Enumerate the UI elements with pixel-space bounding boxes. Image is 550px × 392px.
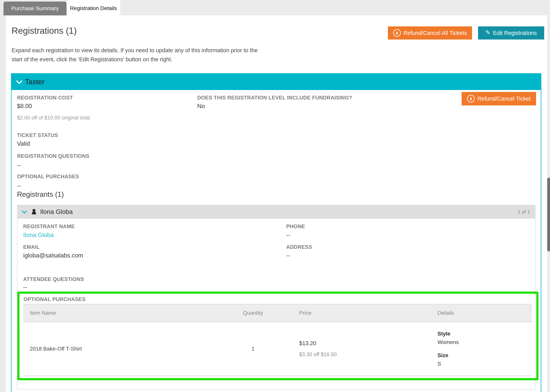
annotation-highlight-box: [17, 292, 538, 380]
refund-all-label: Refund/Cancel All Tickets: [404, 30, 467, 36]
registrants-title: Registrants (1): [17, 190, 64, 198]
registration-cost-value: $8.00: [17, 103, 32, 110]
ticket-status-value: Valid: [17, 140, 30, 147]
page-description: Expand each registration to view its det…: [12, 46, 268, 64]
edit-registrations-label: Edit Registrations: [493, 30, 537, 36]
edit-registrations-button[interactable]: ✎ Edit Registrations: [478, 26, 544, 40]
tab-registration-details[interactable]: Registration Details: [67, 0, 120, 17]
registration-questions-label: REGISTRATION QUESTIONS: [17, 153, 89, 159]
registrant-optional-purchases-label: OPTIONAL PURCHASES: [23, 296, 86, 302]
registration-questions-value: --: [17, 162, 21, 169]
pencil-icon: ✎: [485, 30, 490, 35]
registrant-name-link[interactable]: Ilona Globa: [23, 232, 54, 238]
page-title: Registrations (1): [12, 25, 77, 36]
address-label: ADDRESS: [286, 244, 312, 250]
fundraising-label: DOES THIS REGISTRATION LEVEL INCLUDE FUN…: [197, 95, 352, 101]
phone-value: --: [286, 232, 290, 238]
phone-label: PHONE: [286, 224, 305, 230]
registrant-header[interactable]: Ilona Globa 1 of 1: [17, 205, 536, 219]
person-icon: [30, 208, 37, 215]
email-label: EMAIL: [23, 244, 40, 250]
refund-cancel-ticket-button[interactable]: $ Refund/Cancel Ticket: [462, 92, 536, 105]
optional-purchases-label: OPTIONAL PURCHASES: [17, 174, 79, 180]
attendee-questions-label: ATTENDEE QUESTIONS: [23, 276, 84, 282]
fundraising-value: No: [197, 103, 205, 110]
registration-level-title: Taster: [25, 78, 44, 86]
registrant-name-label: REGISTRANT NAME: [23, 224, 75, 230]
registration-cost-label: REGISTRATION COST: [17, 95, 73, 101]
tab-purchase-summary[interactable]: Purchase Summary: [3, 1, 67, 15]
registrant-pager: 1 of 1: [518, 209, 530, 215]
ticket-status-label: TICKET STATUS: [17, 133, 58, 138]
refund-dollar-icon: $: [393, 29, 401, 37]
refund-dollar-icon: $: [467, 95, 475, 103]
chevron-down-icon[interactable]: [22, 208, 27, 214]
registration-section-header[interactable]: Taster: [12, 74, 541, 90]
registration-details-page: Purchase Summary Registration Details Re…: [0, 0, 550, 392]
refund-cancel-all-tickets-button[interactable]: $ Refund/Cancel All Tickets: [388, 26, 472, 40]
refund-ticket-label: Refund/Cancel Ticket: [478, 96, 531, 102]
optional-purchases-value: --: [17, 182, 21, 189]
email-value: igloba@salsalabs.com: [23, 252, 83, 259]
chevron-down-icon[interactable]: [16, 78, 22, 84]
registration-discount-note: $2.00 off of $10.00 original total: [17, 115, 90, 121]
address-value: --: [286, 252, 290, 259]
attendee-questions-value: --: [23, 284, 27, 291]
scrollbar-thumb[interactable]: [547, 178, 550, 251]
registrant-name: Ilona Globa: [40, 208, 73, 216]
